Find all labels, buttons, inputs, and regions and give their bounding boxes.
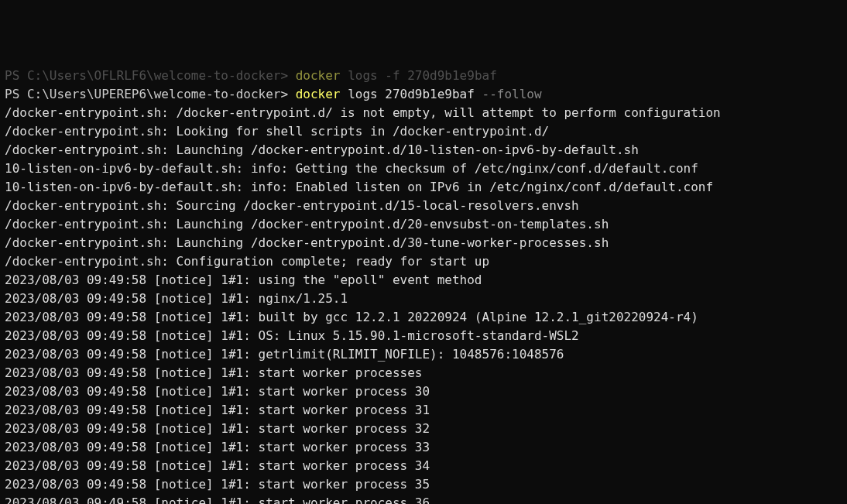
log-line: 2023/08/03 09:49:58 [notice] 1#1: using …	[5, 271, 842, 290]
log-line: 10-listen-on-ipv6-by-default.sh: info: E…	[5, 178, 842, 197]
log-line: 2023/08/03 09:49:58 [notice] 1#1: start …	[5, 401, 842, 420]
prompt-path: C:\Users\OFLRLF6\welcome-to-docker>	[27, 68, 296, 83]
log-line: /docker-entrypoint.sh: Launching /docker…	[5, 215, 842, 234]
log-line: 2023/08/03 09:49:58 [notice] 1#1: start …	[5, 475, 842, 494]
log-line: 2023/08/03 09:49:58 [notice] 1#1: start …	[5, 364, 842, 382]
ps-prefix: PS	[5, 68, 27, 83]
log-line: 10-listen-on-ipv6-by-default.sh: info: G…	[5, 159, 842, 178]
log-line: /docker-entrypoint.sh: Sourcing /docker-…	[5, 197, 842, 215]
prompt-line-previous: PS C:\Users\OFLRLF6\welcome-to-docker> d…	[5, 67, 842, 85]
log-line: /docker-entrypoint.sh: Launching /docker…	[5, 234, 842, 252]
command-keyword: docker	[296, 87, 341, 101]
log-line: /docker-entrypoint.sh: Looking for shell…	[5, 122, 842, 141]
log-line: 2023/08/03 09:49:58 [notice] 1#1: nginx/…	[5, 290, 842, 308]
log-line: /docker-entrypoint.sh: /docker-entrypoin…	[5, 104, 842, 122]
log-line: 2023/08/03 09:49:58 [notice] 1#1: start …	[5, 494, 842, 504]
log-line: 2023/08/03 09:49:58 [notice] 1#1: start …	[5, 438, 842, 457]
log-line: /docker-entrypoint.sh: Configuration com…	[5, 252, 842, 271]
command-args: logs 270d9b1e9baf	[348, 87, 482, 101]
log-line: 2023/08/03 09:49:58 [notice] 1#1: getrli…	[5, 345, 842, 364]
log-line: 2023/08/03 09:49:58 [notice] 1#1: start …	[5, 457, 842, 475]
log-line: 2023/08/03 09:49:58 [notice] 1#1: start …	[5, 382, 842, 401]
command-args: logs -f 270d9b1e9baf	[348, 68, 497, 83]
prompt-line-current: PS C:\Users\UPEREP6\welcome-to-docker> d…	[5, 85, 842, 104]
log-line: /docker-entrypoint.sh: Launching /docker…	[5, 141, 842, 159]
terminal-output[interactable]: PS C:\Users\OFLRLF6\welcome-to-docker> d…	[5, 67, 842, 504]
log-line: 2023/08/03 09:49:58 [notice] 1#1: start …	[5, 420, 842, 438]
command-flag: --follow	[482, 87, 542, 101]
log-line: 2023/08/03 09:49:58 [notice] 1#1: OS: Li…	[5, 327, 842, 345]
log-line: 2023/08/03 09:49:58 [notice] 1#1: built …	[5, 308, 842, 327]
prompt-path: C:\Users\UPEREP6\welcome-to-docker>	[27, 87, 296, 101]
ps-prefix: PS	[5, 87, 27, 101]
command-keyword: docker	[296, 68, 341, 83]
